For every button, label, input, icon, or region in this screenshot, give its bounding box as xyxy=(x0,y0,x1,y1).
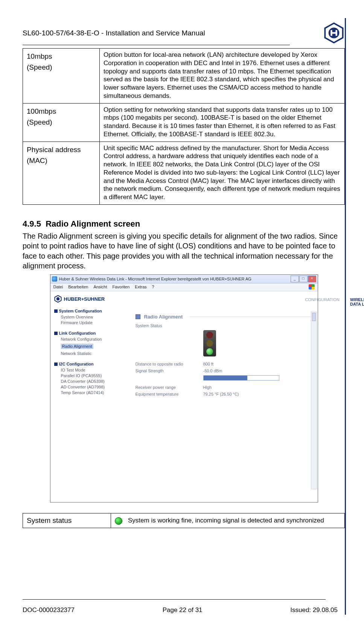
footer-page-number: Page 22 of 31 xyxy=(163,606,203,614)
menu-bar: Datei Bearbeiten Ansicht Favoriten Extra… xyxy=(50,283,318,291)
nav-item[interactable]: Temp Sensor (AD7414) xyxy=(61,390,124,395)
definitions-table: 10mbps (Speed) Option button for local-a… xyxy=(23,48,345,205)
ie-icon xyxy=(52,276,57,282)
footer-doc-number: DOC-0000232377 xyxy=(23,606,75,614)
nav-group-title[interactable]: I2C Configuration xyxy=(54,362,124,366)
label-distance: Distance to opposite radio xyxy=(136,362,203,366)
status-table: System status System is working fine, in… xyxy=(23,513,345,528)
value-signal-strength: -50.0 dBm xyxy=(203,369,222,373)
nav-item[interactable]: System Overview xyxy=(61,315,124,319)
nav-group-label: System Configuration xyxy=(59,309,102,313)
label-signal-strength: Signal Strength xyxy=(136,369,203,373)
embedded-screenshot: Huber & Suhner Wireless Data Link - Micr… xyxy=(50,274,318,503)
window-title: Huber & Suhner Wireless Data Link - Micr… xyxy=(59,277,291,281)
menu-item[interactable]: Datei xyxy=(53,285,63,289)
nav-item[interactable]: Network Statistic xyxy=(61,351,124,356)
table-row: Physical address (MAC) Unit specific MAC… xyxy=(23,142,345,204)
traffic-light-icon xyxy=(203,330,216,356)
status-desc: System is working fine, incoming signal … xyxy=(128,517,324,524)
nav-group-title[interactable]: System Configuration xyxy=(54,309,124,313)
nav-item-selected[interactable]: Radio Alignment xyxy=(61,344,93,349)
collapse-icon xyxy=(54,332,58,335)
value-distance: 800 ft xyxy=(203,362,214,366)
tab-wireless-data-link[interactable]: WIRELESS DATA LINK xyxy=(350,297,364,306)
term-desc: Option button for local-area network (LA… xyxy=(100,49,345,104)
close-button[interactable]: × xyxy=(308,276,316,282)
label-equipment-temp: Equipment temperature xyxy=(136,392,203,396)
panel-heading: Radio Alignment xyxy=(136,314,314,320)
nav-group-label: Link Configuration xyxy=(59,331,96,335)
nav-item[interactable]: Firmware Update xyxy=(61,320,124,325)
header-rule xyxy=(23,45,290,45)
nav-item[interactable]: Network Configuration xyxy=(61,337,124,341)
window-titlebar: Huber & Suhner Wireless Data Link - Micr… xyxy=(50,275,318,283)
nav-item[interactable]: IO Test Mode xyxy=(61,368,124,372)
yellow-lamp-icon xyxy=(206,340,213,347)
menu-item[interactable]: Extras xyxy=(135,285,146,289)
menu-item[interactable]: Favoriten xyxy=(112,285,129,289)
term-line: 100mbps xyxy=(27,106,96,117)
table-row: 100mbps (Speed) Option setting for netwo… xyxy=(23,103,345,142)
status-term: System status xyxy=(23,513,111,528)
term-desc: Option setting for networking standard t… xyxy=(100,103,345,142)
doc-header-title: SL60-100-57/64-38-E-O - Installation and… xyxy=(23,29,205,37)
table-row: System status System is working fine, in… xyxy=(23,513,345,528)
label-receiver-range: Receiver power range xyxy=(136,385,203,390)
brand-block: HUBER+SUHNER xyxy=(54,295,124,303)
nav-group-title[interactable]: Link Configuration xyxy=(54,331,124,335)
section-number: 4.9.5 xyxy=(23,219,41,228)
top-tabs: CONFIGURATION WIRELESS DATA LINK xyxy=(305,297,364,306)
panel-bullet-icon xyxy=(136,314,140,319)
tab-configuration[interactable]: CONFIGURATION xyxy=(305,297,340,306)
menu-item[interactable]: Bearbeiten xyxy=(68,285,88,289)
collapse-icon xyxy=(54,362,58,366)
minimize-button[interactable]: _ xyxy=(291,276,299,282)
nav-group-label: I2C Configuration xyxy=(59,362,94,366)
menu-item[interactable]: ? xyxy=(152,285,154,289)
scrollbar[interactable] xyxy=(311,312,317,489)
term-line: 10mbps xyxy=(27,51,96,62)
page-footer: DOC-0000232377 Page 22 of 31 Issued: 29.… xyxy=(23,606,338,614)
section-title: Radio Alignment screen xyxy=(46,219,140,228)
value-receiver-range: High xyxy=(203,385,212,390)
panel-title: Radio Alignment xyxy=(144,314,183,320)
value-equipment-temp: 79.25 °F (26.50 °C) xyxy=(203,392,239,396)
maximize-button[interactable]: □ xyxy=(299,276,308,282)
brand-logo-icon xyxy=(323,23,345,43)
svg-point-6 xyxy=(56,297,59,301)
footer-rule xyxy=(23,599,326,600)
footer-issued-date: Issued: 29.08.05 xyxy=(290,606,338,614)
term-desc: Unit specific MAC address defined by the… xyxy=(100,142,345,204)
right-page-rule xyxy=(345,18,346,615)
menu-item[interactable]: Ansicht xyxy=(93,285,107,289)
windows-flag-icon xyxy=(309,284,315,289)
status-green-dot-icon xyxy=(115,517,122,525)
nav-item[interactable]: Parallel IO (PCA9555) xyxy=(61,373,124,378)
term-line: (Speed) xyxy=(27,117,96,128)
term-line: Physical address (MAC) xyxy=(27,144,96,166)
nav-item[interactable]: DA Converter (AD5338) xyxy=(61,379,124,384)
collapse-icon xyxy=(54,309,58,313)
status-desc-cell: System is working fine, incoming signal … xyxy=(111,513,345,528)
red-lamp-icon xyxy=(206,332,213,338)
green-lamp-icon xyxy=(206,348,213,355)
brand-text: HUBER+SUHNER xyxy=(64,296,105,302)
section-heading: 4.9.5 Radio Alignment screen xyxy=(23,219,345,229)
section-body: The Radio Alignment screen is giving you… xyxy=(23,231,343,271)
signal-strength-bar xyxy=(203,375,279,381)
term-line: (Speed) xyxy=(27,62,96,73)
svg-rect-4 xyxy=(330,32,337,34)
label-system-status: System Status xyxy=(136,323,203,328)
nav-item[interactable]: AD Converter (AD7998) xyxy=(61,385,124,389)
table-row: 10mbps (Speed) Option button for local-a… xyxy=(23,49,345,104)
